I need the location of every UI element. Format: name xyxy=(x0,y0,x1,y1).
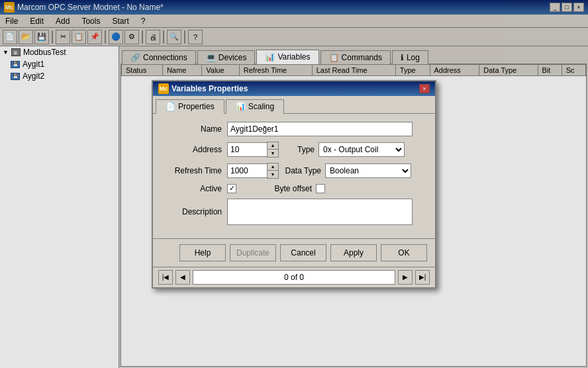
refresh-datatype-row: Refresh Time ▲ ▼ Data Type Boolean Int16… xyxy=(161,163,427,179)
dialog-tab-bar: 📄 Properties 📊 Scaling xyxy=(153,96,435,113)
address-spinner: ▲ ▼ xyxy=(227,142,279,158)
data-type-label: Data Type xyxy=(279,166,325,175)
variables-properties-dialog: Mc Variables Properties × 📄 Properties 📊… xyxy=(152,80,436,289)
type-label: Type xyxy=(279,145,318,154)
dialog-close-button[interactable]: × xyxy=(419,84,430,93)
active-label: Active xyxy=(161,184,227,193)
description-row: Description xyxy=(161,199,427,225)
refresh-label: Refresh Time xyxy=(161,166,227,175)
dialog-title-left: Mc Variables Properties xyxy=(158,83,248,94)
ok-button[interactable]: OK xyxy=(381,244,427,261)
refresh-down-button[interactable]: ▼ xyxy=(268,171,278,178)
dialog-content: Name Address ▲ ▼ Type 0x - Output Coil 1… xyxy=(153,113,435,238)
duplicate-button[interactable]: Duplicate xyxy=(230,244,276,261)
modal-overlay: Mc Variables Properties × 📄 Properties 📊… xyxy=(0,0,588,368)
description-label: Description xyxy=(161,207,227,216)
properties-tab-label: Properties xyxy=(178,102,215,111)
refresh-input[interactable] xyxy=(227,163,267,178)
address-input[interactable] xyxy=(227,142,267,157)
dialog-app-icon: Mc xyxy=(158,83,169,94)
address-up-button[interactable]: ▲ xyxy=(268,142,278,150)
dialog-title-bar: Mc Variables Properties × xyxy=(153,81,435,96)
dialog-buttons-bar: Help Duplicate Cancel Apply OK xyxy=(153,238,435,267)
scaling-tab-icon: 📊 xyxy=(236,102,246,111)
nav-counter: 0 of 0 xyxy=(193,270,395,285)
nav-bar: |◀ ◀ 0 of 0 ▶ ▶| xyxy=(153,267,435,287)
apply-button[interactable]: Apply xyxy=(330,244,377,261)
nav-last-button[interactable]: ▶| xyxy=(415,270,430,285)
description-textarea[interactable] xyxy=(227,199,413,225)
nav-prev-button[interactable]: ◀ xyxy=(175,270,190,285)
address-type-row: Address ▲ ▼ Type 0x - Output Coil 1x - I… xyxy=(161,142,427,158)
scaling-tab-label: Scaling xyxy=(248,102,274,111)
properties-tab-icon: 📄 xyxy=(166,102,175,111)
name-label: Name xyxy=(161,124,227,134)
dialog-title: Variables Properties xyxy=(172,84,248,93)
active-checkbox[interactable] xyxy=(227,184,236,193)
refresh-spin-buttons: ▲ ▼ xyxy=(267,163,279,179)
type-select[interactable]: 0x - Output Coil 1x - Input Coil 3x - In… xyxy=(318,142,405,157)
refresh-up-button[interactable]: ▲ xyxy=(268,163,278,171)
dialog-tab-scaling[interactable]: 📊 Scaling xyxy=(226,99,284,114)
nav-next-button[interactable]: ▶ xyxy=(398,270,413,285)
cancel-button[interactable]: Cancel xyxy=(280,244,326,261)
data-type-select[interactable]: Boolean Int16 UInt16 Int32 UInt32 Float … xyxy=(325,163,411,178)
refresh-spinner: ▲ ▼ xyxy=(227,163,279,179)
name-row: Name xyxy=(161,122,427,136)
address-spin-buttons: ▲ ▼ xyxy=(267,142,279,158)
name-input[interactable] xyxy=(227,122,413,136)
active-byteoffset-row: Active Byte offset xyxy=(161,184,427,193)
address-label: Address xyxy=(161,145,227,154)
address-down-button[interactable]: ▼ xyxy=(268,150,278,157)
help-button[interactable]: Help xyxy=(179,244,226,261)
byte-offset-checkbox[interactable] xyxy=(316,184,325,193)
byte-offset-label: Byte offset xyxy=(236,184,316,193)
nav-first-button[interactable]: |◀ xyxy=(158,270,173,285)
dialog-tab-properties[interactable]: 📄 Properties xyxy=(156,99,224,114)
